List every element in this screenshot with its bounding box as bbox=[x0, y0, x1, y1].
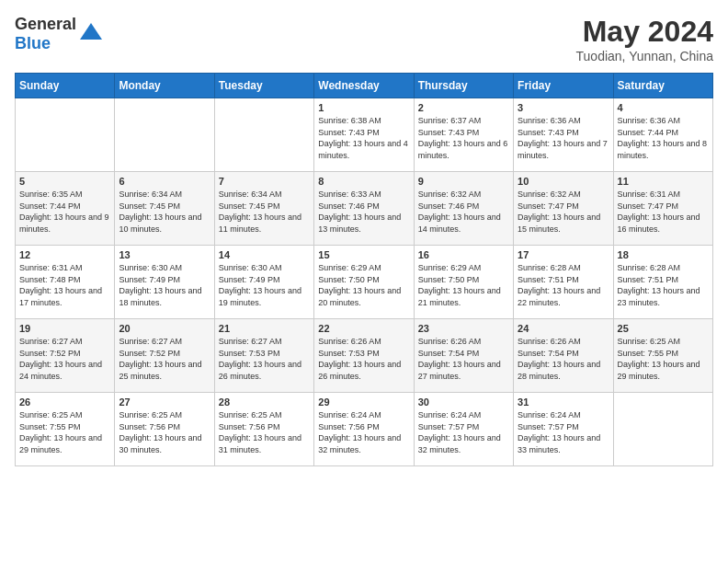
calendar-cell: 28Sunrise: 6:25 AMSunset: 7:56 PMDayligh… bbox=[214, 393, 313, 466]
logo-blue: Blue bbox=[15, 34, 51, 52]
cell-info: Sunrise: 6:25 AMSunset: 7:56 PMDaylight:… bbox=[119, 409, 210, 455]
cell-info: Sunrise: 6:36 AMSunset: 7:43 PMDaylight:… bbox=[518, 115, 609, 161]
day-number: 16 bbox=[418, 249, 509, 260]
cell-info: Sunrise: 6:27 AMSunset: 7:52 PMDaylight:… bbox=[119, 336, 210, 382]
cell-info: Sunrise: 6:27 AMSunset: 7:53 PMDaylight:… bbox=[219, 336, 310, 382]
title-block: May 2024 Tuodian, Yunnan, China bbox=[576, 15, 713, 63]
calendar-cell: 13Sunrise: 6:30 AMSunset: 7:49 PMDayligh… bbox=[115, 246, 214, 319]
calendar-week-row: 26Sunrise: 6:25 AMSunset: 7:55 PMDayligh… bbox=[16, 393, 713, 466]
svg-marker-0 bbox=[80, 23, 102, 40]
calendar-cell: 30Sunrise: 6:24 AMSunset: 7:57 PMDayligh… bbox=[414, 393, 513, 466]
day-number: 9 bbox=[418, 176, 509, 187]
day-number: 17 bbox=[518, 249, 609, 260]
weekday-header: Sunday bbox=[16, 74, 115, 98]
calendar-cell: 16Sunrise: 6:29 AMSunset: 7:50 PMDayligh… bbox=[414, 246, 513, 319]
calendar-cell: 29Sunrise: 6:24 AMSunset: 7:56 PMDayligh… bbox=[314, 393, 414, 466]
calendar-cell: 8Sunrise: 6:33 AMSunset: 7:46 PMDaylight… bbox=[314, 172, 414, 246]
cell-info: Sunrise: 6:32 AMSunset: 7:46 PMDaylight:… bbox=[418, 189, 509, 235]
weekday-header: Saturday bbox=[613, 74, 712, 98]
cell-info: Sunrise: 6:26 AMSunset: 7:54 PMDaylight:… bbox=[518, 336, 609, 382]
calendar-cell: 26Sunrise: 6:25 AMSunset: 7:55 PMDayligh… bbox=[16, 393, 115, 466]
day-number: 5 bbox=[19, 176, 110, 187]
cell-info: Sunrise: 6:26 AMSunset: 7:54 PMDaylight:… bbox=[418, 336, 509, 382]
weekday-header: Monday bbox=[115, 74, 214, 98]
cell-info: Sunrise: 6:24 AMSunset: 7:56 PMDaylight:… bbox=[318, 409, 409, 455]
calendar-cell: 25Sunrise: 6:25 AMSunset: 7:55 PMDayligh… bbox=[613, 319, 712, 393]
calendar-cell: 12Sunrise: 6:31 AMSunset: 7:48 PMDayligh… bbox=[16, 246, 115, 319]
calendar-cell: 22Sunrise: 6:26 AMSunset: 7:53 PMDayligh… bbox=[314, 319, 414, 393]
day-number: 4 bbox=[618, 102, 709, 113]
calendar-week-row: 5Sunrise: 6:35 AMSunset: 7:44 PMDaylight… bbox=[16, 172, 713, 246]
day-number: 20 bbox=[119, 323, 210, 334]
day-number: 31 bbox=[518, 396, 609, 408]
logo-general: General bbox=[15, 15, 76, 33]
cell-info: Sunrise: 6:25 AMSunset: 7:56 PMDaylight:… bbox=[219, 409, 310, 455]
day-number: 19 bbox=[19, 323, 110, 334]
page-header: General Blue May 2024 Tuodian, Yunnan, C… bbox=[15, 15, 713, 63]
calendar-cell: 23Sunrise: 6:26 AMSunset: 7:54 PMDayligh… bbox=[414, 319, 513, 393]
day-number: 28 bbox=[219, 396, 310, 408]
day-number: 25 bbox=[618, 323, 709, 334]
calendar-cell: 24Sunrise: 6:26 AMSunset: 7:54 PMDayligh… bbox=[514, 319, 613, 393]
cell-info: Sunrise: 6:30 AMSunset: 7:49 PMDaylight:… bbox=[219, 262, 310, 308]
calendar-cell: 5Sunrise: 6:35 AMSunset: 7:44 PMDaylight… bbox=[16, 172, 115, 246]
calendar-cell bbox=[16, 98, 115, 172]
day-number: 11 bbox=[618, 176, 709, 187]
calendar-cell: 10Sunrise: 6:32 AMSunset: 7:47 PMDayligh… bbox=[514, 172, 613, 246]
cell-info: Sunrise: 6:38 AMSunset: 7:43 PMDaylight:… bbox=[318, 115, 409, 161]
day-number: 13 bbox=[119, 249, 210, 260]
calendar-cell: 19Sunrise: 6:27 AMSunset: 7:52 PMDayligh… bbox=[16, 319, 115, 393]
cell-info: Sunrise: 6:25 AMSunset: 7:55 PMDaylight:… bbox=[618, 336, 709, 382]
day-number: 18 bbox=[618, 249, 709, 260]
day-number: 14 bbox=[219, 249, 310, 260]
month-year: May 2024 bbox=[576, 15, 713, 49]
calendar-cell: 2Sunrise: 6:37 AMSunset: 7:43 PMDaylight… bbox=[414, 98, 513, 172]
cell-info: Sunrise: 6:25 AMSunset: 7:55 PMDaylight:… bbox=[19, 409, 110, 455]
cell-info: Sunrise: 6:31 AMSunset: 7:48 PMDaylight:… bbox=[19, 262, 110, 308]
cell-info: Sunrise: 6:24 AMSunset: 7:57 PMDaylight:… bbox=[518, 409, 609, 455]
day-number: 23 bbox=[418, 323, 509, 334]
day-number: 1 bbox=[318, 102, 409, 113]
logo-icon bbox=[78, 21, 104, 47]
day-number: 6 bbox=[119, 176, 210, 187]
cell-info: Sunrise: 6:30 AMSunset: 7:49 PMDaylight:… bbox=[119, 262, 210, 308]
cell-info: Sunrise: 6:33 AMSunset: 7:46 PMDaylight:… bbox=[318, 189, 409, 235]
day-number: 10 bbox=[518, 176, 609, 187]
day-number: 8 bbox=[318, 176, 409, 187]
calendar-cell: 3Sunrise: 6:36 AMSunset: 7:43 PMDaylight… bbox=[514, 98, 613, 172]
weekday-header: Thursday bbox=[414, 74, 513, 98]
calendar-cell: 15Sunrise: 6:29 AMSunset: 7:50 PMDayligh… bbox=[314, 246, 414, 319]
cell-info: Sunrise: 6:32 AMSunset: 7:47 PMDaylight:… bbox=[518, 189, 609, 235]
cell-info: Sunrise: 6:28 AMSunset: 7:51 PMDaylight:… bbox=[518, 262, 609, 308]
cell-info: Sunrise: 6:34 AMSunset: 7:45 PMDaylight:… bbox=[219, 189, 310, 235]
cell-info: Sunrise: 6:37 AMSunset: 7:43 PMDaylight:… bbox=[418, 115, 509, 161]
calendar-cell: 18Sunrise: 6:28 AMSunset: 7:51 PMDayligh… bbox=[613, 246, 712, 319]
calendar-week-row: 1Sunrise: 6:38 AMSunset: 7:43 PMDaylight… bbox=[16, 98, 713, 172]
calendar-cell: 21Sunrise: 6:27 AMSunset: 7:53 PMDayligh… bbox=[214, 319, 313, 393]
calendar-cell: 20Sunrise: 6:27 AMSunset: 7:52 PMDayligh… bbox=[115, 319, 214, 393]
cell-info: Sunrise: 6:24 AMSunset: 7:57 PMDaylight:… bbox=[418, 409, 509, 455]
calendar-cell: 7Sunrise: 6:34 AMSunset: 7:45 PMDaylight… bbox=[214, 172, 313, 246]
cell-info: Sunrise: 6:34 AMSunset: 7:45 PMDaylight:… bbox=[119, 189, 210, 235]
calendar-cell: 4Sunrise: 6:36 AMSunset: 7:44 PMDaylight… bbox=[613, 98, 712, 172]
cell-info: Sunrise: 6:26 AMSunset: 7:53 PMDaylight:… bbox=[318, 336, 409, 382]
day-number: 7 bbox=[219, 176, 310, 187]
cell-info: Sunrise: 6:28 AMSunset: 7:51 PMDaylight:… bbox=[618, 262, 709, 308]
day-number: 27 bbox=[119, 396, 210, 408]
calendar-cell: 11Sunrise: 6:31 AMSunset: 7:47 PMDayligh… bbox=[613, 172, 712, 246]
day-number: 15 bbox=[318, 249, 409, 260]
calendar-cell: 9Sunrise: 6:32 AMSunset: 7:46 PMDaylight… bbox=[414, 172, 513, 246]
cell-info: Sunrise: 6:29 AMSunset: 7:50 PMDaylight:… bbox=[418, 262, 509, 308]
day-number: 21 bbox=[219, 323, 310, 334]
day-number: 2 bbox=[418, 102, 509, 113]
cell-info: Sunrise: 6:35 AMSunset: 7:44 PMDaylight:… bbox=[19, 189, 110, 235]
calendar-cell: 14Sunrise: 6:30 AMSunset: 7:49 PMDayligh… bbox=[214, 246, 313, 319]
day-number: 22 bbox=[318, 323, 409, 334]
cell-info: Sunrise: 6:36 AMSunset: 7:44 PMDaylight:… bbox=[618, 115, 709, 161]
calendar-cell: 27Sunrise: 6:25 AMSunset: 7:56 PMDayligh… bbox=[115, 393, 214, 466]
location: Tuodian, Yunnan, China bbox=[576, 49, 713, 63]
calendar-cell bbox=[214, 98, 313, 172]
weekday-header: Friday bbox=[514, 74, 613, 98]
cell-info: Sunrise: 6:27 AMSunset: 7:52 PMDaylight:… bbox=[19, 336, 110, 382]
calendar-table: SundayMondayTuesdayWednesdayThursdayFrid… bbox=[15, 73, 713, 466]
